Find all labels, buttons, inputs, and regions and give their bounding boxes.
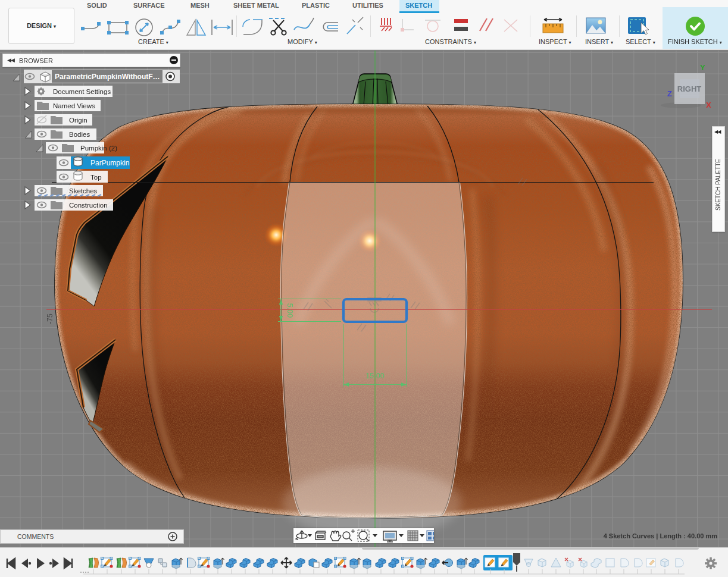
svg-text:Construction: Construction bbox=[69, 202, 108, 209]
svg-text:RIGHT: RIGHT bbox=[677, 84, 702, 93]
svg-text:ParametricPumpkinWithoutF…: ParametricPumpkinWithoutF… bbox=[55, 73, 160, 81]
svg-text:5.00: 5.00 bbox=[286, 303, 294, 318]
svg-text:Named Views: Named Views bbox=[53, 102, 95, 109]
svg-text:-75: -75 bbox=[46, 313, 54, 324]
svg-text:Pumpkin (2): Pumpkin (2) bbox=[80, 145, 117, 152]
svg-text:X: X bbox=[706, 101, 711, 109]
svg-text:Origin: Origin bbox=[69, 117, 88, 124]
svg-text:Sketches: Sketches bbox=[69, 187, 98, 195]
svg-text:Y: Y bbox=[700, 63, 705, 72]
svg-text:Bodies: Bodies bbox=[69, 131, 90, 138]
svg-text:Z: Z bbox=[667, 89, 672, 98]
svg-text:15.00: 15.00 bbox=[365, 372, 384, 380]
svg-text:Top: Top bbox=[90, 174, 102, 181]
svg-text:Document Settings: Document Settings bbox=[53, 88, 111, 95]
svg-text:ParPumpkin: ParPumpkin bbox=[90, 159, 129, 167]
